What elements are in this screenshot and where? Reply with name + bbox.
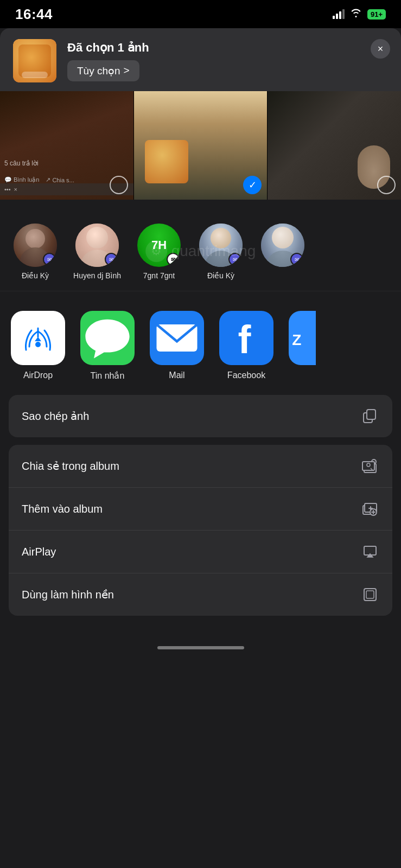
photo-select-1[interactable]: [110, 176, 128, 194]
photo-strip: 5 câu trả lời 💬Bình luận ↗Chia s... ••• …: [0, 91, 401, 200]
comment-btn[interactable]: 💬Bình luận: [4, 176, 39, 183]
zoom-icon: Z: [289, 311, 316, 365]
copy-icon: [361, 407, 379, 425]
action-group-1: Sao chép ảnh: [9, 395, 392, 437]
share-album-label: Chia sẻ trong album: [22, 459, 119, 473]
battery-icon: 91+: [367, 9, 386, 20]
app-item-facebook[interactable]: f Facebook: [219, 311, 273, 381]
action-copy-image[interactable]: Sao chép ảnh: [9, 395, 392, 437]
contact-badge-2: ✉: [105, 253, 118, 266]
contact-badge-1: ✉: [43, 253, 56, 266]
status-icons: 91+: [333, 8, 386, 21]
contact-avatar-3: 7H ✉: [137, 224, 181, 267]
app-item-zoom[interactable]: Z: [289, 311, 316, 381]
messages-icon: [80, 311, 135, 365]
contact-avatar-2: ✉: [75, 224, 119, 267]
apps-section: AirDrop Tin nhắn Mail: [0, 300, 401, 390]
share-title: Đã chọn 1 ảnh: [67, 41, 388, 55]
share-header: Đã chọn 1 ảnh Tùy chọn > ×: [0, 28, 401, 91]
wallpaper-icon: [361, 585, 379, 604]
contact-badge-5: ✉: [290, 253, 303, 266]
svg-text:Z: Z: [292, 331, 301, 348]
wifi-icon: [350, 8, 362, 21]
wallpaper-label: Dùng làm hình nền: [22, 588, 114, 601]
facebook-label: Facebook: [227, 371, 265, 380]
home-indicator: [0, 640, 401, 654]
action-list: Sao chép ảnh Chia sẻ trong album: [0, 395, 401, 640]
messages-label: Tin nhắn: [91, 371, 125, 381]
photo-item-1[interactable]: 5 câu trả lời 💬Bình luận ↗Chia s... ••• …: [0, 91, 134, 200]
photo-select-3[interactable]: [377, 176, 396, 194]
close-button[interactable]: ×: [371, 39, 390, 59]
action-share-album[interactable]: Chia sẻ trong album: [9, 445, 392, 488]
airdrop-label: AirDrop: [23, 371, 53, 380]
contact-name-2: Huyen dj Bình: [73, 271, 121, 280]
apps-scroll: AirDrop Tin nhắn Mail: [11, 311, 390, 381]
action-add-album[interactable]: Thêm vào album: [9, 488, 392, 531]
action-airplay[interactable]: AirPlay: [9, 531, 392, 573]
contact-item-4[interactable]: ✉ Điều Kỳ: [196, 224, 245, 280]
add-album-icon: [361, 500, 379, 518]
copy-image-label: Sao chép ảnh: [22, 410, 89, 423]
airdrop-icon: [11, 311, 65, 365]
app-item-mail[interactable]: Mail: [150, 311, 204, 381]
svg-rect-5: [367, 410, 375, 419]
action-group-2: Chia sẻ trong album Thêm vào album: [9, 445, 392, 616]
share-info: Đã chọn 1 ảnh Tùy chọn >: [67, 41, 388, 81]
mail-icon: [150, 311, 204, 365]
contacts-scroll: ✉ Điều Kỳ ✉ Huyen dj Bình: [11, 224, 390, 282]
contact-item-3[interactable]: 7H ✉ 7gnt 7gnt: [135, 224, 183, 280]
app-item-airdrop[interactable]: AirDrop: [11, 311, 65, 381]
status-bar: 16:44 91+: [0, 0, 401, 28]
share-album-icon: [361, 457, 379, 475]
contact-avatar-4: ✉: [199, 224, 243, 267]
contact-badge-3: ✉: [167, 253, 180, 266]
airplay-icon: [361, 542, 379, 561]
action-wallpaper[interactable]: Dùng làm hình nền: [9, 573, 392, 616]
contact-name-3: 7gnt 7gnt: [143, 271, 175, 280]
signal-icon: [333, 9, 345, 19]
contact-name-1: Điều Kỳ: [22, 271, 49, 280]
photo-item-3[interactable]: [268, 91, 401, 200]
contact-avatar-1: ✉: [14, 224, 57, 267]
status-time: 16:44: [15, 6, 53, 23]
svg-point-0: [35, 342, 41, 347]
home-bar: [157, 646, 244, 649]
share-thumbnail: [13, 39, 56, 82]
photo-item-2[interactable]: ✓: [134, 91, 268, 200]
app-item-messages[interactable]: Tin nhắn: [80, 311, 135, 381]
contact-item-2[interactable]: ✉ Huyen dj Bình: [73, 224, 122, 280]
contact-avatar-5: ✉: [261, 224, 304, 267]
contact-item-5[interactable]: ✉: [258, 224, 307, 280]
svg-text:f: f: [238, 318, 251, 361]
mail-label: Mail: [169, 371, 184, 380]
contact-badge-4: ✉: [228, 253, 241, 266]
contact-item-1[interactable]: ✉ Điều Kỳ: [11, 224, 60, 280]
share-options-button[interactable]: Tùy chọn >: [67, 60, 139, 81]
svg-rect-21: [366, 591, 374, 598]
facebook-icon: f: [219, 311, 273, 365]
add-album-label: Thêm vào album: [22, 503, 103, 515]
contact-name-4: Điều Kỳ: [207, 271, 234, 280]
airplay-label: AirPlay: [22, 546, 56, 558]
share-btn[interactable]: ↗Chia s...: [46, 176, 74, 183]
contacts-section: ✉ Điều Kỳ ✉ Huyen dj Bình: [0, 210, 401, 291]
